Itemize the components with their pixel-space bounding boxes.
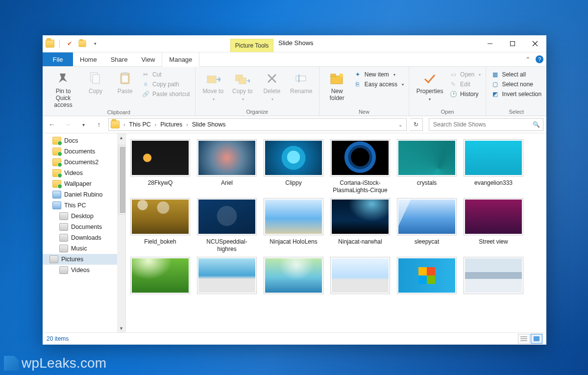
tree-node[interactable]: This PC (52, 200, 125, 211)
tree-label: This PC (64, 202, 86, 209)
file-item[interactable]: Ninjacat-narwhal (329, 198, 392, 253)
easy-access-icon: ⎘ (354, 80, 362, 88)
disk-icon (59, 234, 68, 242)
pin-icon (57, 71, 70, 86)
maximize-button[interactable] (501, 35, 524, 52)
tab-file[interactable]: File (43, 52, 73, 66)
tree-node[interactable]: Documents (52, 222, 125, 232)
tree-node[interactable]: Daniel Rubino (52, 189, 125, 200)
history-button[interactable]: 🕑History (449, 90, 481, 98)
tab-view[interactable]: View (134, 52, 162, 66)
tab-home[interactable]: Home (73, 52, 104, 66)
file-item[interactable]: Cortana-iStock-PlasmaLights-Cirque (329, 139, 392, 194)
nav-recent-button[interactable]: ▾ (77, 118, 90, 131)
file-item[interactable]: Ariel (196, 139, 258, 194)
minimize-button[interactable] (479, 35, 501, 52)
tree-node[interactable]: Documents (52, 146, 125, 157)
navigation-pane: DocsDocumentsDocuments2VideosWallpaperDa… (43, 133, 126, 332)
file-item[interactable]: NCUSpeeddial-highres (196, 198, 258, 253)
tree-node[interactable]: Videos (52, 168, 125, 178)
file-item[interactable] (395, 257, 458, 294)
invert-selection-button[interactable]: ◩Invert selection (491, 90, 541, 98)
file-item[interactable] (329, 257, 392, 294)
new-item-button[interactable]: ✦New item (354, 71, 404, 78)
edit-button[interactable]: ✎Edit (449, 80, 481, 88)
search-box[interactable]: 🔍 (429, 118, 543, 131)
file-list[interactable]: 28FkywQArielClippyCortana-iStock-PlasmaL… (126, 133, 546, 332)
qat-newfolder-button[interactable] (77, 38, 87, 49)
file-item[interactable]: Ninjacat HoloLens (262, 198, 325, 253)
qat-properties-button[interactable]: ✔ (65, 38, 74, 49)
scissors-icon: ✂ (142, 71, 149, 78)
qat-customize-button[interactable]: ▾ (90, 38, 100, 49)
nav-forward-button[interactable]: → (61, 118, 74, 131)
picture-tools-context-tab[interactable]: Picture Tools (230, 39, 273, 52)
nav-scrollbar[interactable]: ▲▼ (117, 133, 125, 332)
crumb-slideshows[interactable]: Slide Shows (190, 121, 228, 128)
select-all-icon: ▦ (491, 71, 499, 78)
tree-label: Videos (64, 170, 83, 176)
copy-path-button[interactable]: ≡Copy path (142, 80, 190, 88)
delete-button[interactable]: Delete (259, 69, 285, 101)
tree-node[interactable]: Wallpaper (52, 178, 125, 189)
tree-node[interactable]: Pictures (43, 254, 117, 265)
address-bar[interactable]: › This PC› Pictures› Slide Shows ⌄ (108, 118, 407, 131)
tree-node[interactable]: Desktop (52, 211, 125, 222)
tree-node[interactable]: Documents2 (52, 157, 125, 168)
tree-node[interactable]: Music (52, 243, 125, 254)
collapse-ribbon-button[interactable]: ⌃ (525, 56, 531, 63)
file-item[interactable] (262, 257, 325, 294)
file-item[interactable]: Field_bokeh (129, 198, 192, 253)
open-button[interactable]: ▭Open (449, 71, 481, 78)
thumbnail (397, 257, 457, 294)
svg-rect-9 (207, 76, 216, 83)
file-item[interactable] (196, 257, 258, 294)
nav-up-button[interactable]: ↑ (93, 118, 105, 131)
nav-back-button[interactable]: ← (46, 118, 58, 131)
titlebar: ✔ ▾ Picture Tools Slide Shows (43, 35, 546, 52)
tree-node[interactable]: Videos (52, 265, 125, 275)
paste-shortcut-button[interactable]: 🔗Paste shortcut (142, 90, 190, 98)
address-dropdown[interactable]: ⌄ (395, 122, 405, 127)
copy-button[interactable]: Copy (83, 69, 108, 95)
easy-access-button[interactable]: ⎘Easy access (354, 80, 404, 88)
select-all-button[interactable]: ▦Select all (491, 71, 541, 78)
file-item[interactable]: crystals (395, 139, 458, 194)
status-bar: 20 items (43, 332, 546, 345)
tree-node[interactable]: Downloads (52, 232, 125, 243)
file-item[interactable]: 28FkywQ (129, 139, 192, 194)
new-folder-button[interactable]: New folder (324, 69, 350, 102)
tab-share[interactable]: Share (104, 52, 135, 66)
file-item[interactable] (129, 257, 192, 294)
search-icon: 🔍 (533, 121, 540, 128)
copy-to-button[interactable]: Copy to (230, 69, 255, 101)
file-name: sleepycat (415, 238, 440, 246)
crumb-this-pc[interactable]: This PC (127, 121, 152, 128)
move-to-button[interactable]: Move to (200, 69, 226, 101)
paste-button[interactable]: Paste (112, 69, 138, 95)
select-none-button[interactable]: ▢Select none (491, 80, 541, 88)
file-item[interactable] (462, 257, 525, 294)
help-button[interactable]: ? (536, 55, 543, 63)
close-button[interactable] (524, 35, 546, 52)
crumb-pictures[interactable]: Pictures (158, 121, 184, 128)
folder-icon (46, 40, 54, 48)
file-item[interactable]: evangelion333 (462, 139, 525, 194)
search-input[interactable] (432, 121, 533, 128)
cut-button[interactable]: ✂Cut (142, 71, 190, 78)
rename-button[interactable]: Rename (289, 69, 314, 95)
tab-manage[interactable]: Manage (162, 52, 199, 67)
details-view-button[interactable] (518, 334, 530, 344)
refresh-button[interactable]: ↻ (410, 118, 423, 131)
properties-button[interactable]: Properties ▾ (414, 69, 445, 101)
properties-check-icon (423, 71, 437, 86)
new-item-icon: ✦ (354, 71, 362, 78)
tree-node[interactable]: Docs (52, 135, 125, 146)
file-item[interactable]: sleepycat (395, 198, 458, 253)
file-item[interactable]: Street view (462, 198, 525, 253)
pin-quick-access-button[interactable]: Pin to Quick access (48, 69, 79, 108)
tree-label: Documents (71, 224, 102, 230)
tree-label: Music (71, 245, 87, 252)
file-item[interactable]: Clippy (262, 139, 325, 194)
thumbnails-view-button[interactable] (531, 334, 542, 344)
